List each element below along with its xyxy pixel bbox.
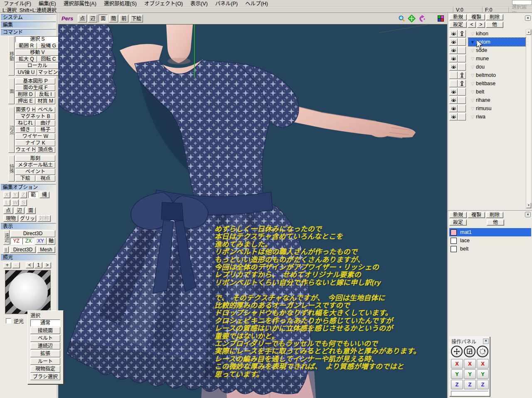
- lock-button[interactable]: [458, 96, 466, 104]
- wireframe-mode-button[interactable]: [3, 246, 9, 253]
- zoom-icon[interactable]: [398, 15, 405, 22]
- material-row[interactable]: belt: [449, 245, 531, 253]
- cmd-uv-button[interactable]: UV操 U: [15, 69, 37, 76]
- selection-mode-button[interactable]: 接続面: [30, 327, 60, 334]
- xy-view-button[interactable]: XY: [35, 238, 47, 245]
- expand-triangle-icon[interactable]: ▽: [469, 115, 476, 119]
- group-tab-edge[interactable]: 辺点: [8, 107, 15, 153]
- selection-mode-button[interactable]: 連続辺: [30, 342, 60, 349]
- symmetry-button[interactable]: 対称: [37, 215, 51, 222]
- object-row[interactable]: ▽sode: [449, 46, 532, 54]
- cmd-scale-button[interactable]: 拡大 Q: [15, 56, 37, 62]
- object-new-button[interactable]: 新規: [449, 14, 467, 20]
- light-remove-button[interactable]: -: [12, 262, 20, 268]
- cmd-material-button[interactable]: 材質 M: [36, 98, 56, 104]
- cmd-bend-button[interactable]: 曲げ: [36, 120, 56, 126]
- material-settings-button[interactable]: 設定: [449, 219, 467, 226]
- cmd-paint-button[interactable]: ペイント: [15, 169, 55, 175]
- point-toggle-button[interactable]: 点: [3, 207, 13, 214]
- cmd-move-button[interactable]: 移動 V: [15, 49, 59, 56]
- axis-y-button[interactable]: Y: [451, 369, 463, 379]
- axis-y-button[interactable]: Y: [477, 369, 489, 379]
- expand-triangle-icon[interactable]: ▽: [469, 73, 476, 78]
- cmd-tilt-button[interactable]: 傾き: [15, 127, 35, 133]
- lock-button[interactable]: [458, 105, 466, 112]
- lock-button[interactable]: [458, 47, 466, 54]
- object-settings-button[interactable]: 設定: [449, 22, 467, 28]
- material-delete-button[interactable]: 削除: [486, 212, 503, 218]
- cmd-weight-button[interactable]: ウェイト: [15, 147, 35, 153]
- axis-z-button[interactable]: Z: [20, 192, 27, 198]
- viewport-toggle-button[interactable]: 辺: [88, 15, 97, 22]
- cmd-mapping-button[interactable]: マッピング: [37, 69, 59, 76]
- object-row-body[interactable]: ▽belt: [468, 88, 525, 96]
- viewport-toggle-button[interactable]: 点: [78, 15, 87, 22]
- visibility-eye-button[interactable]: [449, 88, 458, 96]
- selection-mode-button[interactable]: ルート: [30, 358, 60, 365]
- visibility-eye-button[interactable]: [449, 71, 458, 79]
- selection-mode-button[interactable]: 現物指定: [30, 366, 60, 373]
- close-icon[interactable]: ✕: [483, 339, 489, 344]
- cmd-wire-button[interactable]: ワイヤー W: [15, 133, 55, 140]
- light-next-button[interactable]: >: [43, 262, 51, 268]
- pan-icon[interactable]: [408, 15, 416, 22]
- move-tool-button[interactable]: [451, 346, 463, 357]
- cmd-twist-button[interactable]: ねじれ: [15, 120, 35, 126]
- object-delete-button[interactable]: 削除: [486, 14, 503, 20]
- lock-button[interactable]: [458, 38, 466, 46]
- cmd-knife-button[interactable]: ナイフ K: [15, 140, 55, 146]
- object-duplicate-button[interactable]: 複製: [468, 14, 485, 20]
- command-header[interactable]: コマンド: [1, 29, 56, 35]
- object-row[interactable]: ▼botom: [449, 38, 532, 46]
- lock-button[interactable]: [458, 30, 466, 37]
- expand-triangle-icon[interactable]: ▽: [469, 90, 476, 94]
- menu-item[interactable]: 選択部属性(A): [60, 0, 100, 7]
- axis-x-button[interactable]: X: [464, 359, 476, 369]
- scale-tool-button[interactable]: [464, 346, 475, 357]
- group-tab-face[interactable]: 面: [8, 78, 15, 104]
- object-row[interactable]: ▽rihane: [449, 96, 532, 104]
- visibility-eye-button[interactable]: [449, 30, 458, 37]
- axis-z-button[interactable]: Z: [477, 380, 489, 389]
- object-row[interactable]: ▽kihon: [449, 29, 532, 38]
- expand-triangle-icon[interactable]: ▽: [469, 65, 476, 69]
- viewport-toggle-button[interactable]: 簡: [109, 15, 118, 22]
- perspective-tab[interactable]: 遠近: [3, 230, 10, 245]
- visibility-eye-button[interactable]: [449, 63, 458, 71]
- cmd-rotate-button[interactable]: 回転 C: [37, 56, 59, 62]
- object-row-body[interactable]: ▽mune: [468, 54, 525, 63]
- cmd-metaball-button[interactable]: メタボール粘土: [15, 162, 55, 168]
- view-mode-label[interactable]: Pers: [62, 15, 73, 22]
- axis-y-button[interactable]: Y: [12, 192, 19, 198]
- expand-triangle-icon[interactable]: ▽: [469, 32, 476, 36]
- scroll-down-icon[interactable]: ▼: [526, 203, 531, 208]
- world-w-button[interactable]: W: [12, 199, 19, 206]
- face-toggle-button[interactable]: 面: [26, 207, 36, 214]
- grid-snap-button[interactable]: グリッド: [20, 215, 36, 222]
- selection-mode-button[interactable]: 通常: [30, 319, 60, 327]
- operation-value-field[interactable]: [451, 391, 488, 396]
- cmd-local-button[interactable]: ローカル: [15, 63, 59, 69]
- viewport-toggle-button[interactable]: 面: [99, 15, 108, 22]
- edit-header[interactable]: 編集: [1, 22, 56, 28]
- axis-z-button[interactable]: Z: [464, 380, 476, 389]
- direct3d-secondary-button[interactable]: Direct3D: [10, 246, 36, 253]
- current-object-button[interactable]: 現物: [3, 215, 18, 222]
- object-row-body[interactable]: ▽rihane: [468, 96, 525, 104]
- object-row-body[interactable]: ▽beltbase: [468, 79, 525, 88]
- group-tab-move[interactable]: 移動: [8, 36, 15, 76]
- scroll-up-icon[interactable]: ▲: [526, 29, 531, 35]
- axis-z-button[interactable]: Z: [451, 380, 463, 389]
- cmd-select-button[interactable]: 選択 S: [15, 36, 59, 42]
- light-prev-button[interactable]: <: [26, 262, 34, 268]
- direct3d-button[interactable]: Direct3D: [10, 230, 55, 237]
- cmd-vertex-color-button[interactable]: 頂点色: [36, 147, 56, 153]
- object-row-body[interactable]: ▽dou: [468, 63, 525, 71]
- selection-mode-button[interactable]: 拡張: [30, 350, 60, 357]
- expand-triangle-icon[interactable]: ▽: [469, 98, 476, 103]
- material-row[interactable]: lace: [449, 236, 531, 245]
- axis-x-button[interactable]: X: [477, 359, 489, 369]
- object-scrollbar[interactable]: ▲ ▼: [526, 29, 532, 209]
- system-header[interactable]: システム: [1, 14, 56, 20]
- menu-item[interactable]: ヘルプ(H): [241, 0, 272, 7]
